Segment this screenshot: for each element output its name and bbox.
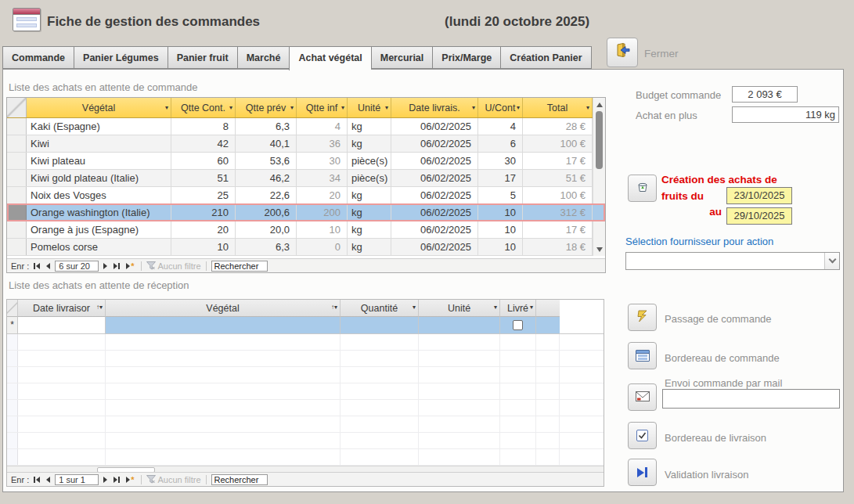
empty-row[interactable] — [7, 334, 604, 351]
empty-row[interactable] — [7, 351, 604, 367]
record-selector[interactable] — [7, 153, 27, 169]
record-search-input[interactable]: Rechercher — [211, 474, 268, 485]
column-header-v-g-tal[interactable]: Végétal↑▾ — [106, 300, 341, 317]
table-cell[interactable]: 6,3 — [236, 118, 297, 135]
table-row[interactable]: Noix des Vosges2522,620kg06/02/20255100 … — [7, 187, 605, 204]
date-to-field[interactable]: 29/10/2025 — [726, 207, 792, 225]
table-cell[interactable]: 30 — [297, 153, 348, 169]
table-cell[interactable]: Orange à jus (Espagne) — [27, 221, 171, 238]
table-cell[interactable]: 8 — [171, 118, 236, 135]
mail-recipient-input[interactable] — [662, 389, 840, 409]
tab-cr-ation-panier[interactable]: Création Panier — [500, 46, 591, 69]
next-record-button[interactable] — [102, 263, 109, 269]
empty-row[interactable] — [7, 400, 604, 416]
column-header-u-cont[interactable]: U/Cont▾ — [478, 98, 523, 117]
first-record-button[interactable] — [32, 477, 41, 483]
table-row[interactable]: Orange à jus (Espagne)2020,010kg06/02/20… — [7, 221, 605, 239]
table-cell[interactable]: 51 — [171, 170, 236, 186]
column-header-qtte-pr-v[interactable]: Qtte prév▾ — [236, 98, 297, 117]
table-cell[interactable]: 34 — [297, 170, 348, 186]
table-cell[interactable]: Noix des Vosges — [27, 187, 171, 203]
table-cell[interactable]: 6 — [478, 135, 523, 152]
table-cell[interactable]: 60 — [171, 153, 236, 169]
table-cell[interactable]: 5 — [478, 187, 523, 203]
record-selector[interactable] — [7, 239, 27, 255]
tab-mercurial[interactable]: Mercurial — [371, 46, 433, 69]
table-cell[interactable] — [500, 317, 536, 333]
empty-row[interactable] — [7, 416, 604, 433]
new-record-button[interactable]: * — [124, 263, 135, 269]
table-row[interactable]: Pomelos corse106,30kg06/02/20251018 € — [7, 239, 605, 256]
table-row[interactable]: Kaki (Espagne)86,34kg06/02/2025428 € — [7, 118, 605, 135]
record-position-field[interactable]: 1 sur 1 — [55, 474, 99, 485]
record-search-input[interactable]: Rechercher — [211, 261, 268, 272]
table-cell[interactable]: kg — [348, 239, 391, 255]
column-header-qtte-cont-[interactable]: Qtte Cont.▾ — [171, 98, 236, 117]
last-record-button[interactable] — [112, 263, 121, 269]
table-cell[interactable]: 20 — [171, 221, 236, 238]
record-selector[interactable] — [7, 135, 27, 152]
table-cell[interactable]: 36 — [297, 135, 348, 152]
table-cell[interactable]: kg — [348, 204, 391, 221]
table-cell[interactable]: pièce(s) — [348, 153, 391, 169]
table-cell[interactable]: 17 € — [523, 153, 593, 169]
record-selector[interactable] — [7, 221, 27, 238]
empty-row[interactable] — [7, 367, 604, 383]
table-cell[interactable]: 17 — [478, 170, 523, 186]
order-form-button[interactable] — [628, 342, 657, 369]
filter-status[interactable]: Aucun filtre — [146, 475, 201, 484]
validate-delivery-button[interactable] — [628, 459, 657, 486]
table-cell[interactable] — [106, 317, 341, 333]
empty-row[interactable] — [7, 433, 604, 449]
table-cell[interactable]: 30 — [478, 153, 523, 169]
empty-row[interactable] — [7, 449, 604, 466]
next-record-button[interactable] — [102, 477, 109, 483]
filter-status[interactable]: Aucun filtre — [146, 261, 201, 271]
previous-record-button[interactable] — [45, 263, 52, 269]
table-cell[interactable]: 18 € — [523, 239, 593, 255]
table-cell[interactable]: 06/02/2025 — [391, 204, 478, 221]
table-cell[interactable]: 25 — [171, 187, 236, 203]
table-cell[interactable]: Pomelos corse — [27, 239, 171, 255]
scroll-up-icon[interactable] — [593, 99, 605, 110]
tab-panier-l-gumes[interactable]: Panier Légumes — [74, 46, 168, 69]
delivery-form-button[interactable] — [628, 422, 657, 449]
column-header-date-livraisor[interactable]: Date livraisor↑▾ — [18, 300, 106, 317]
table-cell[interactable]: kg — [348, 118, 391, 135]
chevron-down-icon[interactable] — [824, 253, 839, 269]
orders-table-scrollbar[interactable] — [593, 98, 605, 256]
table-cell[interactable]: pièce(s) — [348, 170, 391, 186]
table-cell[interactable]: 10 — [478, 239, 523, 255]
table-cell[interactable]: 10 — [478, 204, 523, 221]
table-cell[interactable]: 53,6 — [236, 153, 297, 169]
budget-field[interactable]: 2 093 € — [732, 86, 798, 103]
table-cell[interactable]: kg — [348, 221, 391, 238]
table-cell[interactable]: 42 — [171, 135, 236, 152]
table-row[interactable]: Kiwi gold plateau (Italie)5146,234pièce(… — [7, 170, 605, 187]
table-cell[interactable]: 6,3 — [236, 239, 297, 255]
table-cell[interactable]: 28 € — [523, 118, 593, 135]
close-button[interactable] — [607, 38, 638, 67]
table-cell[interactable]: kg — [348, 135, 391, 152]
table-cell[interactable]: 100 € — [523, 187, 593, 203]
table-cell[interactable]: 40,1 — [236, 135, 297, 152]
tab-commande[interactable]: Commande — [2, 46, 74, 69]
table-cell[interactable]: 06/02/2025 — [391, 239, 478, 255]
select-all-corner[interactable] — [7, 98, 27, 117]
place-order-button[interactable] — [628, 304, 657, 331]
table-cell[interactable]: 06/02/2025 — [391, 221, 478, 238]
table-cell[interactable]: 06/02/2025 — [391, 187, 478, 203]
table-cell[interactable] — [419, 317, 500, 333]
column-header-qtte-inf[interactable]: Qtte inf▾ — [297, 98, 348, 117]
column-header-unit-[interactable]: Unité▾ — [419, 300, 500, 317]
tab-prix-marge[interactable]: Prix/Marge — [432, 46, 500, 69]
column-header-unit-[interactable]: Unité▾ — [348, 98, 391, 117]
table-cell[interactable]: 10 — [478, 221, 523, 238]
table-cell[interactable]: 20 — [297, 187, 348, 203]
record-position-field[interactable]: 6 sur 20 — [55, 261, 99, 272]
livre-checkbox[interactable] — [513, 320, 523, 330]
scroll-down-icon[interactable] — [593, 243, 605, 255]
table-cell[interactable]: Kaki (Espagne) — [27, 118, 171, 135]
column-header-date-livrais-[interactable]: Date livrais.▾ — [391, 98, 478, 117]
empty-row[interactable] — [7, 383, 604, 400]
